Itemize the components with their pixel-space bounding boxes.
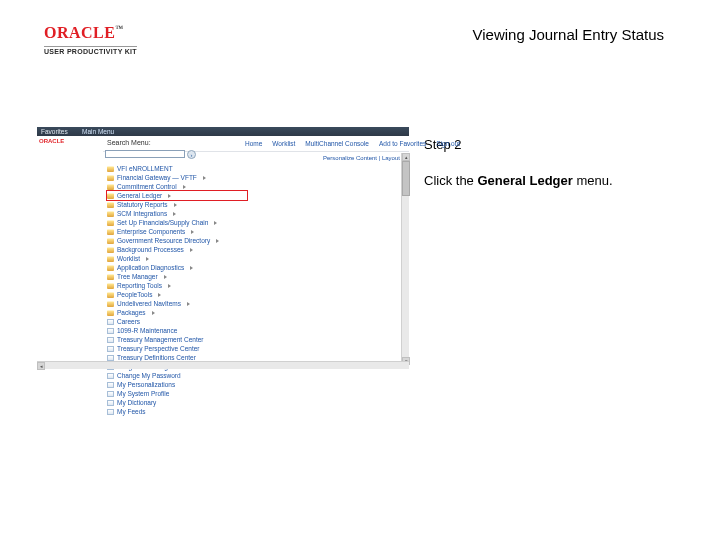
menu-item-general-ledger[interactable]: General Ledger	[107, 191, 247, 200]
menu-item[interactable]: Statutory Reports	[107, 200, 247, 209]
menu-item[interactable]: Packages	[107, 308, 247, 317]
menu-item-label: Worklist	[117, 255, 140, 263]
chevron-right-icon	[164, 275, 167, 279]
personalize-link[interactable]: Personalize Content | Layout	[323, 155, 400, 162]
folder-icon	[107, 274, 114, 280]
menu-item-label: My Feeds	[117, 408, 146, 416]
menu-item[interactable]: My Feeds	[107, 407, 247, 416]
menu-item[interactable]: Worklist	[107, 254, 247, 263]
tm-mark: ™	[115, 24, 124, 33]
menu-item[interactable]: Change My Password	[107, 371, 247, 380]
app-logo: ORACLE	[37, 136, 82, 148]
folder-icon	[107, 247, 114, 253]
topbar-favorites[interactable]: Favorites	[41, 128, 68, 136]
brand-subtitle: USER PRODUCTIVITY KIT	[44, 46, 137, 55]
chevron-right-icon	[187, 302, 190, 306]
chevron-right-icon	[146, 257, 149, 261]
folder-icon	[107, 220, 114, 226]
folder-icon	[107, 301, 114, 307]
menu-item[interactable]: PeopleTools	[107, 290, 247, 299]
oracle-logo: ORACLE™	[44, 24, 194, 42]
chevron-right-icon	[190, 248, 193, 252]
menu-item[interactable]: Reporting Tools	[107, 281, 247, 290]
folder-icon	[107, 256, 114, 262]
search-input[interactable]	[105, 150, 185, 158]
nav-home[interactable]: Home	[245, 140, 262, 148]
nav-add-favorites[interactable]: Add to Favorites	[379, 140, 426, 148]
menu-item[interactable]: Financial Gateway — VFTF	[107, 173, 247, 182]
chevron-right-icon	[168, 284, 171, 288]
menu-item-label: Government Resource Directory	[117, 237, 210, 245]
menu-item-label: My Dictionary	[117, 399, 156, 407]
instruction-bold: General Ledger	[477, 173, 572, 188]
menu-item-label: Statutory Reports	[117, 201, 168, 209]
document-icon	[107, 391, 114, 397]
brand-block: ORACLE™ USER PRODUCTIVITY KIT	[44, 24, 194, 57]
menu-item[interactable]: 1099-R Maintenance	[107, 326, 247, 335]
topbar: Favorites Main Menu	[37, 127, 409, 136]
menu-item-label: Enterprise Components	[117, 228, 185, 236]
nav-multichannel[interactable]: MultiChannel Console	[305, 140, 369, 148]
folder-icon	[107, 166, 114, 172]
folder-icon	[107, 175, 114, 181]
instruction-post: menu.	[573, 173, 613, 188]
menu-item[interactable]: Government Resource Directory	[107, 236, 247, 245]
menu-item[interactable]: My System Profile	[107, 389, 247, 398]
menu-item-label: Reporting Tools	[117, 282, 162, 290]
page-title: Viewing Journal Entry Status	[473, 26, 665, 43]
chevron-right-icon	[173, 212, 176, 216]
menu-item-label: Financial Gateway — VFTF	[117, 174, 197, 182]
folder-icon	[107, 265, 114, 271]
folder-icon	[107, 238, 114, 244]
nav-worklist[interactable]: Worklist	[272, 140, 295, 148]
menu-item[interactable]: SCM Integrations	[107, 209, 247, 218]
menu-item[interactable]: Enterprise Components	[107, 227, 247, 236]
main-menu-tree: VFI eNROLLMENTFinancial Gateway — VFTFCo…	[107, 164, 247, 416]
menu-item-label: PeopleTools	[117, 291, 152, 299]
menu-item[interactable]: My Personalizations	[107, 380, 247, 389]
nav-signout[interactable]: Sign out	[436, 140, 460, 148]
menu-item[interactable]: Set Up Financials/Supply Chain	[107, 218, 247, 227]
folder-icon	[107, 292, 114, 298]
menu-item[interactable]: Treasury Perspective Center	[107, 344, 247, 353]
menu-item-label: 1099-R Maintenance	[117, 327, 177, 335]
menu-item[interactable]: Tree Manager	[107, 272, 247, 281]
menu-item[interactable]: Careers	[107, 317, 247, 326]
scroll-thumb[interactable]	[402, 161, 410, 196]
folder-icon	[107, 184, 114, 190]
menu-item-label: Commitment Control	[117, 183, 177, 191]
search-go-icon[interactable]: ›	[187, 150, 196, 159]
menu-item-label: Change My Password	[117, 372, 181, 380]
menu-item-label: Set Up Financials/Supply Chain	[117, 219, 208, 227]
topbar-main-menu[interactable]: Main Menu	[82, 128, 114, 136]
vertical-scrollbar[interactable]: ▴ ▾	[401, 153, 409, 365]
chevron-right-icon	[214, 221, 217, 225]
folder-icon	[107, 193, 114, 199]
document-icon	[107, 355, 114, 361]
scroll-up-icon[interactable]: ▴	[402, 153, 410, 161]
chevron-right-icon	[203, 176, 206, 180]
menu-item[interactable]: Undelivered NavItems	[107, 299, 247, 308]
scroll-left-icon[interactable]: ◂	[37, 362, 45, 370]
menu-item-label: Treasury Management Center	[117, 336, 203, 344]
instruction-pre: Click the	[424, 173, 477, 188]
horizontal-scrollbar[interactable]: ◂	[37, 361, 409, 369]
menu-item[interactable]: Background Processes	[107, 245, 247, 254]
chevron-right-icon	[191, 230, 194, 234]
menu-item[interactable]: Application Diagnostics	[107, 263, 247, 272]
menu-item[interactable]: Treasury Management Center	[107, 335, 247, 344]
menu-item-label: Packages	[117, 309, 146, 317]
chevron-right-icon	[190, 266, 193, 270]
menu-item[interactable]: VFI eNROLLMENT	[107, 164, 247, 173]
menu-item[interactable]: Commitment Control	[107, 182, 247, 191]
menu-item-label: Undelivered NavItems	[117, 300, 181, 308]
folder-icon	[107, 229, 114, 235]
chevron-right-icon	[152, 311, 155, 315]
menu-item[interactable]: My Dictionary	[107, 398, 247, 407]
document-icon	[107, 382, 114, 388]
menu-item-label: Treasury Perspective Center	[117, 345, 200, 353]
instruction-text: Click the General Ledger menu.	[424, 173, 613, 188]
document-icon	[107, 328, 114, 334]
menu-item-label: VFI eNROLLMENT	[117, 165, 173, 173]
chevron-right-icon	[216, 239, 219, 243]
